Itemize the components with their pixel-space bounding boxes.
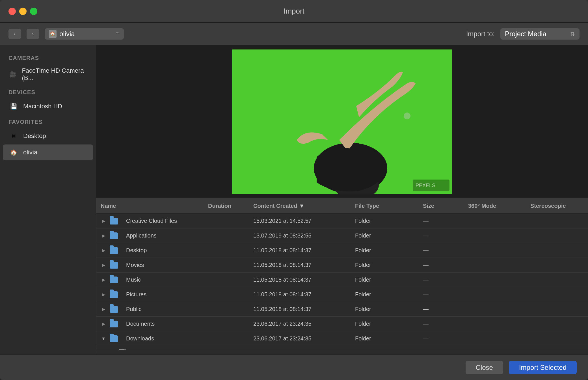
olivia-label: olivia [23, 149, 37, 156]
file-type: Folder [351, 232, 418, 239]
table-row[interactable]: ▶ Pictures 11.05.2018 at 08:14:37 Folder… [96, 287, 588, 302]
folder-icon [110, 232, 118, 239]
file-list-header: Name Duration Content Created ▼ File Typ… [96, 198, 588, 214]
file-type: Folder [351, 247, 418, 254]
table-row[interactable]: ▶ Creative Cloud Files 15.03.2021 at 14:… [96, 214, 588, 228]
file-size: — [418, 262, 464, 268]
file-name-cell: ▶ Public [96, 306, 204, 313]
sidebar-item-macintosh-hd[interactable]: 💾 Macintosh HD [3, 98, 93, 114]
import-selected-button[interactable]: Import Selected [509, 361, 577, 374]
file-name-cell: ▶ Applications [96, 232, 204, 239]
file-name-cell: ▶ Music [96, 277, 204, 283]
import-to-value: Project Media [505, 30, 567, 38]
traffic-lights [8, 8, 37, 15]
macintosh-hd-label: Macintosh HD [23, 103, 62, 110]
forward-button[interactable]: › [27, 29, 39, 39]
chevron-right-icon: ▶ [101, 233, 106, 238]
camera-icon: 🎥 [8, 69, 17, 79]
location-bar[interactable]: 🏠 olivia ⌃ [45, 28, 124, 40]
table-row[interactable]: ▶ Desktop 11.05.2018 at 08:14:37 Folder … [96, 243, 588, 258]
sidebar-item-olivia[interactable]: 🏠 olivia [3, 144, 93, 160]
table-row[interactable]: ▼ Downloads 23.06.2017 at 23:24:35 Folde… [96, 331, 588, 346]
file-type: Folder [351, 291, 418, 298]
svg-text:PEXELS: PEXELS [416, 183, 435, 188]
table-row[interactable]: ▶ Music 11.05.2018 at 08:14:37 Folder — [96, 273, 588, 287]
file-size: — [418, 232, 464, 239]
window-title: Import [284, 7, 304, 16]
location-text: olivia [59, 30, 112, 38]
table-row[interactable]: ▶ Documents 23.06.2017 at 23:24:35 Folde… [96, 317, 588, 331]
col-header-360[interactable]: 360° Mode [464, 203, 526, 209]
file-type: Folder [351, 321, 418, 327]
right-panel: PEXELS Name Duration Content Created ▼ [96, 45, 588, 355]
table-row[interactable]: ▶ Applications 13.07.2019 at 08:32:55 Fo… [96, 228, 588, 243]
cameras-section-header: CAMERAS [0, 51, 96, 64]
sidebar: CAMERAS 🎥 FaceTime HD Camera (B... DEVIC… [0, 45, 96, 355]
file-name: Creative Cloud Files [122, 218, 181, 224]
file-name: Movies [122, 262, 148, 268]
file-name-cell: ▶ Pictures [96, 291, 204, 298]
col-header-file-type[interactable]: File Type [351, 203, 418, 209]
file-size: — [418, 277, 464, 283]
col-header-name[interactable]: Name [96, 203, 204, 209]
file-name: Music [122, 277, 145, 283]
table-row[interactable]: How to Remove Backgroud... 6.0s 07.04.20… [96, 346, 588, 350]
file-size: — [418, 218, 464, 224]
preview-image: PEXELS [232, 49, 452, 194]
file-name-cell: ▶ Desktop [96, 247, 204, 254]
file-name: Downloads [122, 335, 159, 342]
file-name: Desktop [122, 247, 151, 254]
file-date: 11.05.2018 at 08:14:37 [249, 306, 351, 312]
col-header-size[interactable]: Size [418, 203, 464, 209]
file-name: Public [122, 306, 146, 312]
table-row[interactable]: ▶ Movies 11.05.2018 at 08:14:37 Folder — [96, 258, 588, 273]
preview-area: PEXELS [96, 45, 588, 198]
harddisk-icon: 💾 [8, 101, 19, 111]
file-date: 11.05.2018 at 08:14:37 [249, 277, 351, 283]
file-date: 13.07.2019 at 08:32:55 [249, 232, 351, 239]
file-type: Folder [351, 277, 418, 283]
chevron-down-icon: ▼ [101, 336, 106, 341]
facetime-camera-label: FaceTime HD Camera (B... [22, 67, 87, 82]
import-to-label: Import to: [466, 30, 495, 38]
table-row[interactable]: ▶ Public 11.05.2018 at 08:14:37 Folder — [96, 302, 588, 317]
horizontal-scrollbar[interactable] [96, 350, 588, 355]
file-name: Applications [122, 232, 161, 239]
file-list-container: Name Duration Content Created ▼ File Typ… [96, 198, 588, 355]
sidebar-item-desktop[interactable]: 🖥 Desktop [3, 128, 93, 144]
chevron-right-icon: ▶ [101, 292, 106, 297]
file-name-cell: ▶ Movies [96, 262, 204, 269]
fullscreen-button[interactable] [30, 8, 37, 15]
col-header-duration[interactable]: Duration [204, 203, 249, 209]
file-list: ▶ Creative Cloud Files 15.03.2021 at 14:… [96, 214, 588, 350]
close-button[interactable]: Close [466, 361, 503, 374]
svg-point-3 [404, 113, 410, 119]
file-name-cell: ▶ Creative Cloud Files [96, 218, 204, 224]
folder-icon [110, 247, 118, 254]
file-type: Folder [351, 262, 418, 268]
file-date: 23.06.2017 at 23:24:35 [249, 321, 351, 327]
col-header-content-created[interactable]: Content Created ▼ [249, 203, 351, 209]
import-to-selector[interactable]: Project Media ⇅ [500, 28, 580, 40]
main-content: CAMERAS 🎥 FaceTime HD Camera (B... DEVIC… [0, 45, 588, 355]
file-name: Pictures [122, 291, 151, 298]
chevron-right-icon: ▶ [101, 321, 106, 327]
minimize-button[interactable] [19, 8, 27, 15]
file-date: 11.05.2018 at 08:14:37 [249, 247, 351, 254]
desktop-label: Desktop [23, 132, 46, 140]
sidebar-item-facetime-camera[interactable]: 🎥 FaceTime HD Camera (B... [3, 64, 93, 85]
file-date: 15.03.2021 at 14:52:57 [249, 218, 351, 224]
home-icon: 🏠 [8, 147, 19, 157]
back-button[interactable]: ‹ [8, 29, 21, 39]
chevron-right-icon: ▶ [101, 277, 106, 282]
folder-icon [110, 335, 118, 342]
file-type: Folder [351, 335, 418, 342]
file-size: — [418, 247, 464, 254]
file-size: — [418, 321, 464, 327]
close-button[interactable] [8, 8, 16, 15]
file-size: — [418, 291, 464, 298]
title-bar: Import [0, 0, 588, 23]
desktop-icon: 🖥 [8, 131, 19, 141]
folder-icon [110, 306, 118, 313]
col-header-stereoscopic[interactable]: Stereoscopic [526, 203, 582, 209]
